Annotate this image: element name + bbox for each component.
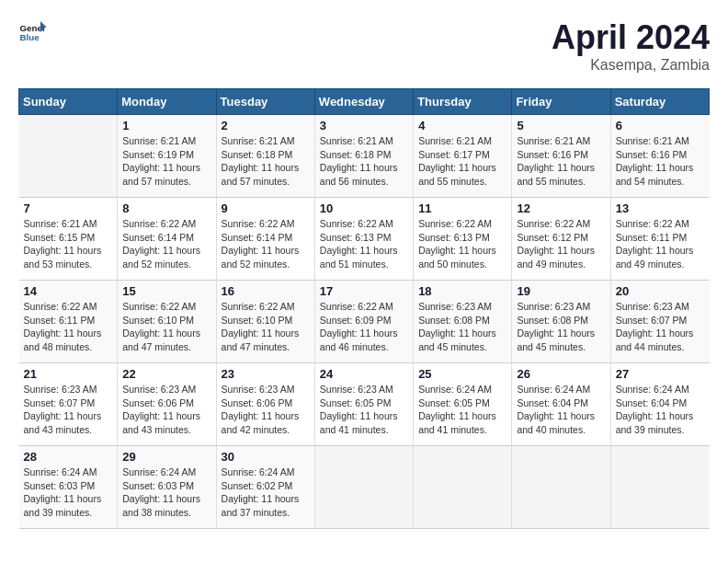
header-day-wednesday: Wednesday bbox=[314, 89, 413, 115]
calendar-cell: 12Sunrise: 6:22 AM Sunset: 6:12 PM Dayli… bbox=[512, 198, 610, 281]
day-info: Sunrise: 6:23 AM Sunset: 6:07 PM Dayligh… bbox=[616, 300, 705, 354]
day-number: 3 bbox=[320, 119, 408, 132]
calendar-cell: 30Sunrise: 6:24 AM Sunset: 6:02 PM Dayli… bbox=[216, 446, 314, 529]
day-info: Sunrise: 6:21 AM Sunset: 6:18 PM Dayligh… bbox=[320, 134, 408, 189]
header-day-thursday: Thursday bbox=[414, 89, 512, 115]
calendar-cell bbox=[512, 446, 610, 529]
day-number: 10 bbox=[320, 201, 408, 215]
day-number: 18 bbox=[418, 284, 506, 298]
day-number: 15 bbox=[122, 284, 210, 298]
day-number: 16 bbox=[222, 284, 310, 298]
calendar-header: SundayMondayTuesdayWednesdayThursdayFrid… bbox=[19, 89, 710, 115]
calendar-cell: 2Sunrise: 6:21 AM Sunset: 6:18 PM Daylig… bbox=[216, 115, 314, 198]
calendar-cell: 5Sunrise: 6:21 AM Sunset: 6:16 PM Daylig… bbox=[512, 115, 610, 198]
day-number: 4 bbox=[418, 119, 506, 132]
calendar-cell: 22Sunrise: 6:23 AM Sunset: 6:06 PM Dayli… bbox=[118, 363, 216, 446]
day-info: Sunrise: 6:22 AM Sunset: 6:14 PM Dayligh… bbox=[122, 217, 210, 271]
month-title: April 2024 bbox=[552, 18, 710, 57]
title-block: April 2024 Kasempa, Zambia bbox=[552, 18, 710, 74]
day-number: 28 bbox=[24, 450, 113, 464]
day-info: Sunrise: 6:21 AM Sunset: 6:16 PM Dayligh… bbox=[517, 134, 605, 189]
day-info: Sunrise: 6:22 AM Sunset: 6:12 PM Dayligh… bbox=[517, 217, 605, 271]
day-number: 19 bbox=[517, 284, 605, 298]
day-number: 13 bbox=[616, 201, 705, 215]
day-number: 5 bbox=[517, 119, 605, 132]
calendar-cell: 24Sunrise: 6:23 AM Sunset: 6:05 PM Dayli… bbox=[314, 363, 413, 446]
day-number: 21 bbox=[24, 367, 113, 381]
calendar-week-3: 14Sunrise: 6:22 AM Sunset: 6:11 PM Dayli… bbox=[19, 281, 710, 363]
calendar-week-1: 1Sunrise: 6:21 AM Sunset: 6:19 PM Daylig… bbox=[19, 115, 710, 198]
day-info: Sunrise: 6:22 AM Sunset: 6:11 PM Dayligh… bbox=[616, 217, 705, 271]
day-info: Sunrise: 6:22 AM Sunset: 6:11 PM Dayligh… bbox=[24, 300, 113, 354]
calendar-body: 1Sunrise: 6:21 AM Sunset: 6:19 PM Daylig… bbox=[19, 115, 710, 529]
day-number: 6 bbox=[616, 119, 705, 132]
calendar-cell: 20Sunrise: 6:23 AM Sunset: 6:07 PM Dayli… bbox=[610, 281, 709, 363]
logo: General Blue bbox=[18, 18, 46, 46]
location-subtitle: Kasempa, Zambia bbox=[552, 57, 710, 74]
calendar-cell: 28Sunrise: 6:24 AM Sunset: 6:03 PM Dayli… bbox=[19, 446, 118, 529]
calendar-cell: 8Sunrise: 6:22 AM Sunset: 6:14 PM Daylig… bbox=[118, 198, 216, 281]
day-info: Sunrise: 6:22 AM Sunset: 6:10 PM Dayligh… bbox=[122, 300, 210, 354]
day-info: Sunrise: 6:23 AM Sunset: 6:06 PM Dayligh… bbox=[122, 383, 210, 437]
day-info: Sunrise: 6:21 AM Sunset: 6:18 PM Dayligh… bbox=[222, 134, 310, 189]
calendar-cell bbox=[610, 446, 709, 529]
day-number: 26 bbox=[517, 367, 605, 381]
calendar-cell: 13Sunrise: 6:22 AM Sunset: 6:11 PM Dayli… bbox=[610, 198, 709, 281]
calendar-cell bbox=[314, 446, 413, 529]
day-info: Sunrise: 6:24 AM Sunset: 6:04 PM Dayligh… bbox=[517, 383, 605, 437]
day-number: 27 bbox=[616, 367, 705, 381]
day-info: Sunrise: 6:23 AM Sunset: 6:07 PM Dayligh… bbox=[24, 383, 113, 437]
day-info: Sunrise: 6:23 AM Sunset: 6:06 PM Dayligh… bbox=[222, 383, 310, 437]
day-info: Sunrise: 6:21 AM Sunset: 6:15 PM Dayligh… bbox=[24, 217, 113, 271]
calendar-cell: 16Sunrise: 6:22 AM Sunset: 6:10 PM Dayli… bbox=[216, 281, 314, 363]
day-number: 12 bbox=[517, 201, 605, 215]
day-info: Sunrise: 6:22 AM Sunset: 6:14 PM Dayligh… bbox=[222, 217, 310, 271]
day-info: Sunrise: 6:24 AM Sunset: 6:03 PM Dayligh… bbox=[24, 465, 113, 520]
day-info: Sunrise: 6:21 AM Sunset: 6:17 PM Dayligh… bbox=[418, 134, 506, 189]
calendar-cell: 7Sunrise: 6:21 AM Sunset: 6:15 PM Daylig… bbox=[19, 198, 118, 281]
calendar-cell: 18Sunrise: 6:23 AM Sunset: 6:08 PM Dayli… bbox=[414, 281, 512, 363]
day-info: Sunrise: 6:24 AM Sunset: 6:02 PM Dayligh… bbox=[222, 465, 310, 520]
day-info: Sunrise: 6:24 AM Sunset: 6:03 PM Dayligh… bbox=[122, 465, 210, 520]
day-info: Sunrise: 6:21 AM Sunset: 6:19 PM Dayligh… bbox=[122, 134, 210, 189]
svg-text:Blue: Blue bbox=[20, 32, 40, 42]
calendar-week-4: 21Sunrise: 6:23 AM Sunset: 6:07 PM Dayli… bbox=[19, 363, 710, 446]
page-header: General Blue April 2024 Kasempa, Zambia bbox=[18, 18, 710, 74]
day-info: Sunrise: 6:23 AM Sunset: 6:05 PM Dayligh… bbox=[320, 383, 408, 437]
day-info: Sunrise: 6:24 AM Sunset: 6:05 PM Dayligh… bbox=[418, 383, 506, 437]
day-number: 11 bbox=[418, 201, 506, 215]
day-number: 17 bbox=[320, 284, 408, 298]
calendar-week-2: 7Sunrise: 6:21 AM Sunset: 6:15 PM Daylig… bbox=[19, 198, 710, 281]
header-day-tuesday: Tuesday bbox=[216, 89, 314, 115]
header-day-monday: Monday bbox=[118, 89, 216, 115]
calendar-cell: 9Sunrise: 6:22 AM Sunset: 6:14 PM Daylig… bbox=[216, 198, 314, 281]
calendar-cell: 25Sunrise: 6:24 AM Sunset: 6:05 PM Dayli… bbox=[414, 363, 512, 446]
day-number: 29 bbox=[122, 450, 210, 464]
calendar-cell: 27Sunrise: 6:24 AM Sunset: 6:04 PM Dayli… bbox=[610, 363, 709, 446]
day-number: 22 bbox=[122, 367, 210, 381]
day-info: Sunrise: 6:23 AM Sunset: 6:08 PM Dayligh… bbox=[517, 300, 605, 354]
day-number: 8 bbox=[122, 201, 210, 215]
day-number: 24 bbox=[320, 367, 408, 381]
day-number: 25 bbox=[418, 367, 506, 381]
day-number: 20 bbox=[616, 284, 705, 298]
calendar-cell: 17Sunrise: 6:22 AM Sunset: 6:09 PM Dayli… bbox=[314, 281, 413, 363]
day-info: Sunrise: 6:22 AM Sunset: 6:09 PM Dayligh… bbox=[320, 300, 408, 354]
day-number: 23 bbox=[222, 367, 310, 381]
day-info: Sunrise: 6:23 AM Sunset: 6:08 PM Dayligh… bbox=[418, 300, 506, 354]
calendar-cell: 15Sunrise: 6:22 AM Sunset: 6:10 PM Dayli… bbox=[118, 281, 216, 363]
day-info: Sunrise: 6:22 AM Sunset: 6:13 PM Dayligh… bbox=[320, 217, 408, 271]
logo-icon: General Blue bbox=[18, 18, 46, 46]
day-info: Sunrise: 6:24 AM Sunset: 6:04 PM Dayligh… bbox=[616, 383, 705, 437]
day-number: 14 bbox=[24, 284, 113, 298]
calendar-cell: 4Sunrise: 6:21 AM Sunset: 6:17 PM Daylig… bbox=[414, 115, 512, 198]
calendar-cell: 21Sunrise: 6:23 AM Sunset: 6:07 PM Dayli… bbox=[19, 363, 118, 446]
calendar-cell bbox=[414, 446, 512, 529]
calendar-cell: 3Sunrise: 6:21 AM Sunset: 6:18 PM Daylig… bbox=[314, 115, 413, 198]
calendar-cell: 6Sunrise: 6:21 AM Sunset: 6:16 PM Daylig… bbox=[610, 115, 709, 198]
day-number: 1 bbox=[122, 119, 210, 132]
calendar-cell bbox=[19, 115, 118, 198]
calendar-cell: 11Sunrise: 6:22 AM Sunset: 6:13 PM Dayli… bbox=[414, 198, 512, 281]
header-day-friday: Friday bbox=[512, 89, 610, 115]
calendar-cell: 10Sunrise: 6:22 AM Sunset: 6:13 PM Dayli… bbox=[314, 198, 413, 281]
